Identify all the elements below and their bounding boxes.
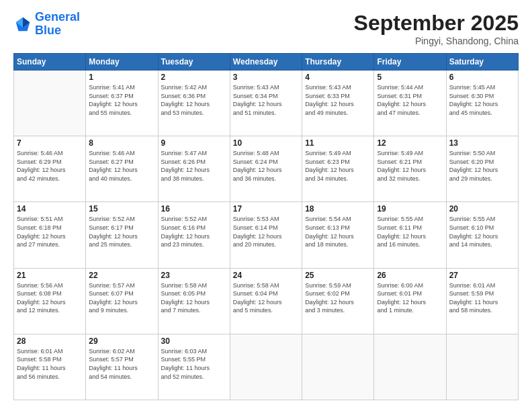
day-info: Sunrise: 5:52 AMSunset: 6:16 PMDaylight:… (161, 215, 227, 248)
day-number: 3 (233, 73, 299, 82)
day-number: 28 (17, 336, 83, 346)
day-info: Sunrise: 5:57 AMSunset: 6:07 PMDaylight:… (89, 281, 154, 315)
header: General Blue September 2025 Pingyi, Shan… (13, 11, 519, 46)
day-info: Sunrise: 5:43 AMSunset: 6:34 PMDaylight:… (233, 83, 299, 117)
day-number: 6 (449, 73, 515, 82)
day-info: Sunrise: 5:43 AMSunset: 6:33 PMDaylight:… (305, 83, 371, 117)
logo-line2: Blue (35, 24, 61, 37)
calendar-cell: 7Sunrise: 5:46 AMSunset: 6:29 PMDaylight… (14, 136, 86, 202)
calendar-cell (302, 334, 374, 400)
calendar-cell: 9Sunrise: 5:47 AMSunset: 6:26 PMDaylight… (158, 136, 230, 202)
day-number: 4 (305, 73, 371, 82)
calendar-header-cell: Saturday (446, 54, 518, 71)
day-number: 18 (305, 204, 371, 214)
logo: General Blue (13, 11, 80, 38)
calendar-header-cell: Friday (374, 54, 446, 71)
calendar-cell: 4Sunrise: 5:43 AMSunset: 6:33 PMDaylight… (302, 71, 374, 136)
day-number: 17 (233, 204, 299, 214)
day-number: 11 (305, 138, 371, 148)
calendar-cell: 3Sunrise: 5:43 AMSunset: 6:34 PMDaylight… (230, 71, 302, 136)
page: General Blue September 2025 Pingyi, Shan… (0, 0, 532, 411)
calendar-cell: 18Sunrise: 5:54 AMSunset: 6:13 PMDayligh… (302, 202, 374, 268)
calendar-week-row: 7Sunrise: 5:46 AMSunset: 6:29 PMDaylight… (14, 136, 519, 202)
day-number: 2 (161, 73, 227, 82)
calendar-cell: 6Sunrise: 5:45 AMSunset: 6:30 PMDaylight… (446, 71, 518, 136)
calendar-cell: 26Sunrise: 6:00 AMSunset: 6:01 PMDayligh… (374, 268, 446, 334)
day-info: Sunrise: 5:47 AMSunset: 6:26 PMDaylight:… (161, 149, 227, 183)
day-info: Sunrise: 5:42 AMSunset: 6:36 PMDaylight:… (161, 83, 227, 117)
calendar-cell: 20Sunrise: 5:55 AMSunset: 6:10 PMDayligh… (446, 202, 518, 268)
calendar-cell: 8Sunrise: 5:46 AMSunset: 6:27 PMDaylight… (86, 136, 158, 202)
calendar-cell (14, 71, 86, 136)
day-info: Sunrise: 5:59 AMSunset: 6:02 PMDaylight:… (305, 281, 371, 315)
calendar-cell: 22Sunrise: 5:57 AMSunset: 6:07 PMDayligh… (86, 268, 158, 334)
calendar-cell: 24Sunrise: 5:58 AMSunset: 6:04 PMDayligh… (230, 268, 302, 334)
day-info: Sunrise: 6:00 AMSunset: 6:01 PMDaylight:… (377, 281, 443, 315)
calendar-cell: 11Sunrise: 5:49 AMSunset: 6:23 PMDayligh… (302, 136, 374, 202)
day-info: Sunrise: 5:45 AMSunset: 6:30 PMDaylight:… (449, 83, 515, 117)
day-number: 29 (89, 336, 154, 346)
day-info: Sunrise: 5:49 AMSunset: 6:23 PMDaylight:… (305, 149, 371, 183)
calendar-cell: 13Sunrise: 5:50 AMSunset: 6:20 PMDayligh… (446, 136, 518, 202)
calendar-header-cell: Thursday (302, 54, 374, 71)
day-info: Sunrise: 5:58 AMSunset: 6:05 PMDaylight:… (161, 281, 227, 315)
calendar-week-row: 14Sunrise: 5:51 AMSunset: 6:18 PMDayligh… (14, 202, 519, 268)
calendar-cell (374, 334, 446, 400)
calendar-cell: 10Sunrise: 5:48 AMSunset: 6:24 PMDayligh… (230, 136, 302, 202)
month-title: September 2025 (354, 11, 519, 36)
day-number: 20 (449, 204, 515, 214)
day-number: 27 (449, 271, 515, 280)
day-info: Sunrise: 5:50 AMSunset: 6:20 PMDaylight:… (449, 149, 515, 183)
day-number: 7 (17, 138, 83, 148)
calendar-cell: 12Sunrise: 5:49 AMSunset: 6:21 PMDayligh… (374, 136, 446, 202)
day-info: Sunrise: 5:49 AMSunset: 6:21 PMDaylight:… (377, 149, 443, 183)
day-number: 19 (377, 204, 443, 214)
day-info: Sunrise: 5:48 AMSunset: 6:24 PMDaylight:… (233, 149, 299, 183)
day-info: Sunrise: 5:54 AMSunset: 6:13 PMDaylight:… (305, 215, 371, 248)
day-number: 14 (17, 204, 83, 214)
calendar-cell: 15Sunrise: 5:52 AMSunset: 6:17 PMDayligh… (86, 202, 158, 268)
day-info: Sunrise: 5:56 AMSunset: 6:08 PMDaylight:… (17, 281, 83, 315)
calendar-header-cell: Wednesday (230, 54, 302, 71)
calendar-header-cell: Sunday (14, 54, 86, 71)
calendar-cell: 19Sunrise: 5:55 AMSunset: 6:11 PMDayligh… (374, 202, 446, 268)
day-info: Sunrise: 5:52 AMSunset: 6:17 PMDaylight:… (89, 215, 154, 248)
day-info: Sunrise: 5:53 AMSunset: 6:14 PMDaylight:… (233, 215, 299, 248)
calendar-cell: 17Sunrise: 5:53 AMSunset: 6:14 PMDayligh… (230, 202, 302, 268)
day-info: Sunrise: 6:02 AMSunset: 5:57 PMDaylight:… (89, 347, 154, 381)
day-info: Sunrise: 6:01 AMSunset: 5:59 PMDaylight:… (449, 281, 515, 315)
calendar-cell: 28Sunrise: 6:01 AMSunset: 5:58 PMDayligh… (14, 334, 86, 400)
day-number: 30 (161, 336, 227, 346)
day-number: 23 (161, 271, 227, 280)
calendar-week-row: 1Sunrise: 5:41 AMSunset: 6:37 PMDaylight… (14, 71, 519, 136)
day-number: 12 (377, 138, 443, 148)
day-info: Sunrise: 5:46 AMSunset: 6:27 PMDaylight:… (89, 149, 154, 183)
day-info: Sunrise: 5:58 AMSunset: 6:04 PMDaylight:… (233, 281, 299, 315)
calendar-cell: 5Sunrise: 5:44 AMSunset: 6:31 PMDaylight… (374, 71, 446, 136)
day-number: 5 (377, 73, 443, 82)
day-info: Sunrise: 6:03 AMSunset: 5:55 PMDaylight:… (161, 347, 227, 381)
calendar-cell: 16Sunrise: 5:52 AMSunset: 6:16 PMDayligh… (158, 202, 230, 268)
day-info: Sunrise: 5:51 AMSunset: 6:18 PMDaylight:… (17, 215, 83, 248)
day-number: 10 (233, 138, 299, 148)
calendar-cell: 1Sunrise: 5:41 AMSunset: 6:37 PMDaylight… (86, 71, 158, 136)
calendar-cell (230, 334, 302, 400)
calendar-cell (446, 334, 518, 400)
logo-text: General Blue (35, 11, 80, 38)
calendar-cell: 27Sunrise: 6:01 AMSunset: 5:59 PMDayligh… (446, 268, 518, 334)
day-number: 21 (17, 271, 83, 280)
calendar-week-row: 21Sunrise: 5:56 AMSunset: 6:08 PMDayligh… (14, 268, 519, 334)
day-number: 25 (305, 271, 371, 280)
day-info: Sunrise: 5:41 AMSunset: 6:37 PMDaylight:… (89, 83, 154, 117)
title-block: September 2025 Pingyi, Shandong, China (354, 11, 519, 46)
day-number: 22 (89, 271, 154, 280)
day-info: Sunrise: 5:55 AMSunset: 6:11 PMDaylight:… (377, 215, 443, 248)
logo-icon (13, 15, 32, 34)
calendar-header-cell: Tuesday (158, 54, 230, 71)
day-info: Sunrise: 5:44 AMSunset: 6:31 PMDaylight:… (377, 83, 443, 117)
calendar-cell: 23Sunrise: 5:58 AMSunset: 6:05 PMDayligh… (158, 268, 230, 334)
calendar-cell: 25Sunrise: 5:59 AMSunset: 6:02 PMDayligh… (302, 268, 374, 334)
day-info: Sunrise: 6:01 AMSunset: 5:58 PMDaylight:… (17, 347, 83, 381)
subtitle: Pingyi, Shandong, China (354, 36, 519, 46)
calendar-cell: 29Sunrise: 6:02 AMSunset: 5:57 PMDayligh… (86, 334, 158, 400)
